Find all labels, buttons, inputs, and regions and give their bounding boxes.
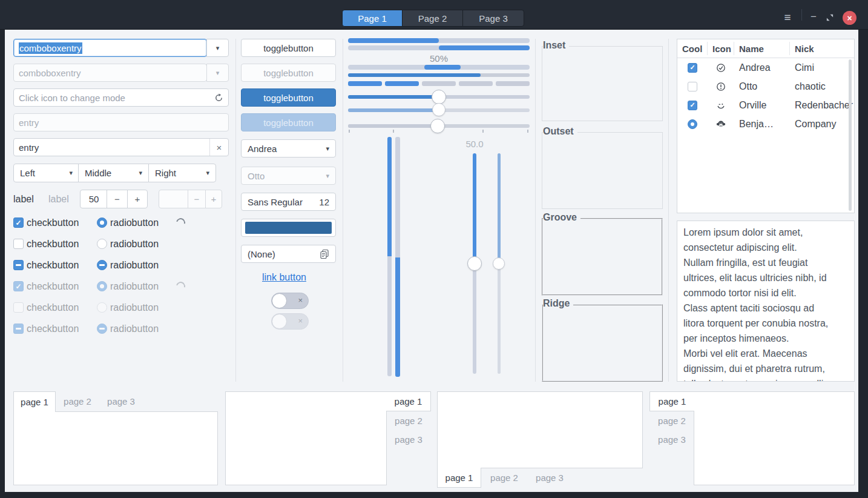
combobox-right[interactable]: Right ▾ <box>148 164 216 182</box>
spinbutton-plus-button[interactable]: + <box>127 190 148 208</box>
notebook-bottom-tab-page1[interactable]: page 1 <box>437 468 481 488</box>
togglebutton[interactable]: togglebutton <box>241 39 336 57</box>
tree-row[interactable]: ✓ Andrea Cimi <box>677 58 854 77</box>
notebook-top-tab-page1[interactable]: page 1 <box>13 391 56 412</box>
notebook-bottom-tab-page2[interactable]: page 2 <box>482 468 527 488</box>
radiobutton-label: radiobutton <box>110 302 159 313</box>
notebook-left-tab-page3[interactable]: page 3 <box>649 430 694 449</box>
tree-header-nick[interactable]: Nick <box>790 42 854 55</box>
vscale-disabled-handle <box>493 257 505 270</box>
radio-selected[interactable] <box>97 217 107 228</box>
radio-indeterminate[interactable] <box>97 260 107 270</box>
combobox-left[interactable]: Left ▾ <box>13 164 79 182</box>
radiobutton-label: radiobutton <box>110 217 159 228</box>
checkbox-unchecked[interactable] <box>13 239 24 249</box>
chevron-down-icon: ▾ <box>206 170 209 176</box>
menu-icon[interactable]: ≡ <box>780 11 795 24</box>
notebook-top-content <box>13 411 218 485</box>
notebook-bottom-tab-page3[interactable]: page 3 <box>527 468 572 488</box>
level-block-on <box>385 81 419 86</box>
tree-row[interactable]: ✓ Orville Redenbacher <box>677 96 854 115</box>
tab-page-2[interactable]: Page 2 <box>402 10 463 27</box>
spinbutton-value[interactable]: 50 <box>80 190 108 208</box>
checkbox-checked-disabled: ✓ <box>13 281 24 291</box>
togglebutton-disabled: togglebutton <box>241 64 336 82</box>
tree-header-icon[interactable]: Icon <box>708 42 734 55</box>
titlebar-separator <box>801 9 802 21</box>
level-block-off <box>422 81 456 86</box>
combobox-andrea[interactable]: Andrea ▾ <box>241 139 336 158</box>
vscale-handle[interactable] <box>467 256 482 271</box>
tree-header-cool[interactable]: Cool <box>677 42 708 55</box>
switch-off[interactable]: × <box>271 293 309 309</box>
checkbutton-label: checkbutton <box>27 302 79 313</box>
spinbutton-minus-button[interactable]: − <box>107 190 128 208</box>
notebook-left-tab-page2[interactable]: page 2 <box>649 411 694 430</box>
comboboxentry-input[interactable]: comboboxentry <box>13 39 207 57</box>
hscale-handle[interactable] <box>432 90 446 104</box>
scale-mark <box>527 130 528 133</box>
check-radio-row-disabled: checkbutton radiobutton <box>13 300 207 315</box>
radiobutton-label: radiobutton <box>110 324 159 334</box>
frame-outset <box>542 132 663 209</box>
checkbutton-label: checkbutton <box>27 281 79 292</box>
font-button[interactable]: Sans Regular 12 <box>241 193 336 211</box>
circle-exclamation-icon <box>716 82 726 91</box>
chevron-down-icon: ▾ <box>326 173 329 179</box>
checkbutton-label: checkbutton <box>27 239 79 250</box>
tree-cell-nick: chaotic <box>790 81 854 92</box>
combobox-left-value: Left <box>20 168 35 178</box>
frame-label-groove: Groove <box>543 212 580 223</box>
spinbutton-disabled-value <box>159 190 189 208</box>
frame-label-inset: Inset <box>543 40 569 51</box>
notebook-right-tab-page2[interactable]: page 2 <box>386 411 431 430</box>
radiobutton-label: radiobutton <box>110 260 159 271</box>
file-chooser-button[interactable]: (None) <box>241 245 336 263</box>
tree-checkbox-checked[interactable]: ✓ <box>688 63 697 73</box>
levelbar-fill <box>348 73 481 77</box>
notebook-right-tab-page3[interactable]: page 3 <box>386 430 431 449</box>
comboboxentry-dropdown-button[interactable]: ▾ <box>206 39 229 57</box>
togglebutton-active[interactable]: togglebutton <box>241 88 336 107</box>
tree-header-name[interactable]: Name <box>734 42 790 55</box>
tree-scrollbar[interactable] <box>849 59 852 211</box>
tree-row[interactable]: Otto chaotic <box>677 77 854 96</box>
copy-document-icon <box>320 249 329 259</box>
tree-radio-selected[interactable] <box>688 119 697 129</box>
refresh-icon[interactable] <box>214 93 223 102</box>
combobox-middle[interactable]: Middle ▾ <box>78 164 149 182</box>
tree-checkbox-checked[interactable]: ✓ <box>688 101 697 110</box>
radiobutton-label: radiobutton <box>110 281 159 292</box>
tree-checkbox-unchecked[interactable] <box>688 82 697 91</box>
minimize-button[interactable]: − <box>807 10 820 24</box>
checkbox-unchecked-disabled <box>13 302 24 313</box>
hscale-marks-handle[interactable] <box>430 119 445 133</box>
close-button[interactable]: × <box>843 11 856 25</box>
entry-value: entry <box>19 142 39 153</box>
notebook-right-content <box>225 391 387 485</box>
radio-unselected[interactable] <box>97 239 107 249</box>
textview[interactable]: Lorem ipsum dolor sit amet, consectetur … <box>677 221 855 382</box>
column-separator <box>535 39 536 382</box>
color-button[interactable] <box>241 219 336 237</box>
restore-button[interactable] <box>826 13 834 22</box>
tree-cell-name: Otto <box>734 81 790 92</box>
entry[interactable]: entry × <box>13 138 229 156</box>
chevron-down-icon: ▾ <box>216 70 220 76</box>
progressbar-pulse <box>348 65 530 70</box>
notebook-top-tab-page2[interactable]: page 2 <box>56 391 99 411</box>
checkbox-checked[interactable]: ✓ <box>13 217 24 228</box>
clear-icon[interactable]: × <box>209 139 228 156</box>
spinbutton-text: 50 <box>89 194 99 204</box>
mode-entry[interactable]: Click icon to change mode <box>13 88 229 107</box>
tab-page-3[interactable]: Page 3 <box>462 10 524 27</box>
color-swatch <box>245 222 332 234</box>
notebook-top-tab-page3[interactable]: page 3 <box>99 391 143 411</box>
notebook-right-tab-page1[interactable]: page 1 <box>386 391 431 411</box>
link-button[interactable]: link button <box>262 272 306 283</box>
spinbutton-disabled-minus-button: − <box>188 190 206 208</box>
checkbox-indeterminate[interactable] <box>13 260 24 270</box>
tab-page-1[interactable]: Page 1 <box>342 10 403 27</box>
notebook-left-tab-page1[interactable]: page 1 <box>649 391 694 411</box>
tree-row[interactable]: Benja… Company <box>677 115 854 133</box>
